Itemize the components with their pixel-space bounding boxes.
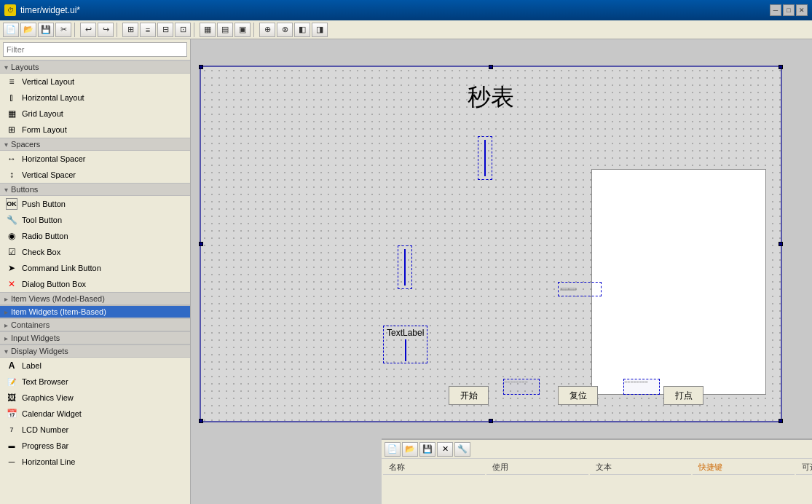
- time-display-widget[interactable]: [478, 136, 492, 180]
- widget-list: ▾ Layouts ≡ Vertical Layout ⫿ Horizontal…: [0, 60, 190, 504]
- containers-arrow: ▸: [4, 321, 8, 329]
- extra-button-3[interactable]: ◧: [294, 23, 310, 37]
- sidebar-item-dialog-button-box[interactable]: ✕ Dialog Button Box: [0, 276, 190, 292]
- bottom-btn-1[interactable]: 📄: [385, 442, 401, 457]
- vertical-layout-label: Vertical Layout: [22, 77, 74, 86]
- design-canvas[interactable]: 秒表 ≡≡≡≡≡≡ TextLabel: [200, 66, 782, 422]
- sidebar-item-check-box[interactable]: ☑ Check Box: [0, 244, 190, 260]
- category-item-widgets[interactable]: ▸ Item Widgets (Item-Based): [0, 305, 190, 318]
- col-selectable: 可选的: [796, 460, 812, 475]
- bottom-btn-3[interactable]: 💾: [419, 442, 435, 457]
- widget-button-4[interactable]: ⊡: [175, 23, 191, 37]
- grid-button-2[interactable]: ▤: [217, 23, 233, 37]
- sidebar-item-radio-button[interactable]: ◉ Radio Button: [0, 228, 190, 244]
- spacer-2: ≡≡≡≡≡≡≡≡: [623, 379, 660, 395]
- mark-button[interactable]: 打点: [663, 386, 703, 405]
- widget-button-2[interactable]: ≡: [140, 23, 156, 37]
- extra-button-4[interactable]: ◨: [312, 23, 328, 37]
- handle-tc[interactable]: [489, 65, 493, 69]
- canvas-area[interactable]: 秒表 ≡≡≡≡≡≡ TextLabel: [191, 39, 812, 504]
- spacers-arrow: ▾: [4, 141, 8, 149]
- category-display-widgets[interactable]: ▾ Display Widgets: [0, 344, 190, 358]
- sidebar-item-command-link-button[interactable]: ➤ Command Link Button: [0, 260, 190, 276]
- maximize-button[interactable]: □: [783, 4, 795, 16]
- redo-button[interactable]: ↪: [98, 23, 114, 37]
- sidebar-item-vertical-layout[interactable]: ≡ Vertical Layout: [0, 74, 190, 90]
- category-containers[interactable]: ▸ Containers: [0, 318, 190, 331]
- category-input-widgets[interactable]: ▸ Input Widgets: [0, 331, 190, 344]
- handle-bl[interactable]: [199, 419, 203, 423]
- new-button[interactable]: 📄: [3, 23, 19, 37]
- handle-tr[interactable]: [779, 65, 783, 69]
- sidebar-item-horizontal-layout[interactable]: ⫿ Horizontal Layout: [0, 90, 190, 106]
- bottom-btn-5[interactable]: 🔧: [454, 442, 470, 457]
- handle-ml[interactable]: [199, 242, 203, 246]
- category-buttons[interactable]: ▾ Buttons: [0, 183, 190, 196]
- window-controls: ─ □ ✕: [770, 4, 808, 16]
- grid-button-3[interactable]: ▣: [234, 23, 251, 37]
- label-widget-label: Label: [22, 361, 42, 370]
- calendar-label: Calendar Widget: [22, 409, 82, 418]
- category-item-views[interactable]: ▸ Item Views (Model-Based): [0, 292, 190, 305]
- command-link-icon: ➤: [6, 262, 17, 274]
- sidebar-item-text-browser[interactable]: 📝 Text Browser: [0, 374, 190, 390]
- graphics-view-icon: 🖼: [6, 392, 17, 403]
- table-row-empty: [383, 476, 812, 498]
- sidebar-item-lcd-number[interactable]: 7 LCD Number: [0, 422, 190, 438]
- reset-button[interactable]: 复位: [558, 386, 598, 405]
- undo-button[interactable]: ↩: [80, 23, 96, 37]
- middle-display-widget[interactable]: [398, 245, 412, 289]
- item-widgets-arrow: ▸: [4, 308, 8, 316]
- main-toolbar: 📄 📂 💾 ✂ ↩ ↪ ⊞ ≡ ⊟ ⊡ ▦ ▤ ▣ ⊕ ⊗ ◧ ◨: [0, 20, 812, 39]
- graphics-view-label: Graphics View: [22, 393, 74, 402]
- handle-br[interactable]: [779, 419, 783, 423]
- col-name: 名称: [383, 460, 485, 475]
- command-link-label: Command Link Button: [22, 264, 101, 272]
- scroll-widget[interactable]: ≡≡≡≡≡≡: [558, 282, 602, 296]
- extra-button-2[interactable]: ⊗: [277, 23, 293, 37]
- sidebar-item-calendar-widget[interactable]: 📅 Calendar Widget: [0, 406, 190, 422]
- handle-bc[interactable]: [489, 419, 493, 423]
- close-button[interactable]: ✕: [796, 4, 808, 16]
- bottom-btn-4[interactable]: ✕: [437, 442, 453, 457]
- grid-button-1[interactable]: ▦: [200, 23, 216, 37]
- bottom-toolbar: 📄 📂 💾 ✕ 🔧: [382, 440, 812, 459]
- layouts-label: Layouts: [11, 63, 39, 71]
- sidebar-item-vertical-spacer[interactable]: ↕ Vertical Spacer: [0, 167, 190, 183]
- grid-layout-icon: ▦: [6, 108, 17, 119]
- horizontal-line-label: Horizontal Line: [22, 457, 75, 466]
- layouts-arrow: ▾: [4, 63, 8, 71]
- filter-input[interactable]: [3, 42, 187, 57]
- filter-box: [0, 39, 190, 60]
- sidebar-item-horizontal-line[interactable]: ─ Horizontal Line: [0, 454, 190, 470]
- bottom-btn-2[interactable]: 📂: [402, 442, 418, 457]
- minimize-button[interactable]: ─: [770, 4, 781, 16]
- separator-4: [253, 23, 256, 37]
- open-button[interactable]: 📂: [20, 23, 36, 37]
- sidebar-item-label[interactable]: A Label: [0, 358, 190, 374]
- sidebar-item-graphics-view[interactable]: 🖼 Graphics View: [0, 390, 190, 406]
- text-label[interactable]: TextLabel: [383, 326, 427, 363]
- category-spacers[interactable]: ▾ Spacers: [0, 138, 190, 151]
- save-button[interactable]: 💾: [38, 23, 54, 37]
- sidebar-item-push-button[interactable]: OK Push Button: [0, 196, 190, 212]
- widget-button-1[interactable]: ⊞: [122, 23, 138, 37]
- extra-button-1[interactable]: ⊕: [259, 23, 275, 37]
- sidebar-item-progress-bar[interactable]: ▬ Progress Bar: [0, 438, 190, 454]
- handle-tl[interactable]: [199, 65, 203, 69]
- sidebar-item-form-layout[interactable]: ⊞ Form Layout: [0, 122, 190, 138]
- grid-layout-label: Grid Layout: [22, 109, 63, 118]
- category-layouts[interactable]: ▾ Layouts: [0, 60, 190, 74]
- canvas-frame: [591, 169, 766, 395]
- sidebar-item-horizontal-spacer[interactable]: ↔ Horizontal Spacer: [0, 151, 190, 167]
- sidebar-item-tool-button[interactable]: 🔧 Tool Button: [0, 212, 190, 228]
- start-button[interactable]: 开始: [449, 386, 489, 405]
- cut-button[interactable]: ✂: [55, 23, 71, 37]
- widget-button-3[interactable]: ⊟: [157, 23, 173, 37]
- radio-button-icon: ◉: [6, 230, 17, 242]
- horizontal-spacer-icon: ↔: [6, 153, 17, 165]
- handle-mr[interactable]: [779, 242, 783, 246]
- sidebar-item-grid-layout[interactable]: ▦ Grid Layout: [0, 106, 190, 122]
- tool-button-label: Tool Button: [22, 216, 62, 224]
- check-box-icon: ☑: [6, 246, 17, 258]
